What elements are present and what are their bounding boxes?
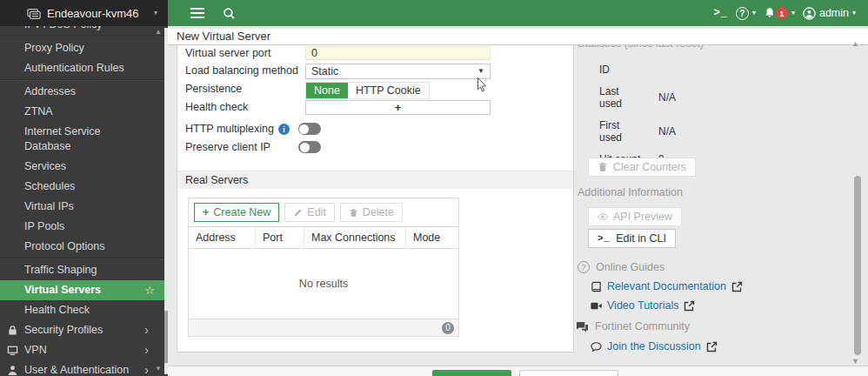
- right-info-panel: ID Last usedN/A First usedN/A Hit count0…: [574, 45, 856, 366]
- panel-scroll-down-icon[interactable]: ▼: [851, 357, 859, 366]
- video-camera-icon: [591, 300, 602, 312]
- sidebar-scrollbar-track[interactable]: [164, 28, 168, 374]
- plus-icon: +: [203, 206, 209, 218]
- external-link-icon: [731, 281, 743, 292]
- column-port[interactable]: Port: [256, 227, 304, 248]
- cli-console-button[interactable]: >_: [714, 7, 728, 19]
- favorite-star-icon[interactable]: ☆: [144, 280, 155, 300]
- join-discussion-link[interactable]: Join the Discussion: [591, 340, 718, 352]
- online-guides-title: ? Online Guides: [578, 261, 664, 273]
- real-servers-footer: 0: [189, 319, 458, 336]
- person-icon: [7, 365, 18, 376]
- virtual-server-form: Virtual server port Load balancing metho…: [177, 45, 574, 352]
- real-servers-header-row: Address Port Max Connections Mode: [189, 227, 458, 249]
- edit-in-cli-button[interactable]: >_ Edit in CLI: [588, 229, 676, 248]
- sidebar-section-security-profiles[interactable]: Security Profiles ›: [0, 320, 168, 340]
- sidebar-item-virtual-ips[interactable]: Virtual IPs: [0, 197, 168, 217]
- sidebar-item-virtual-servers[interactable]: Virtual Servers ☆: [0, 280, 168, 300]
- sidebar-scrollbar-thumb[interactable]: [164, 311, 168, 363]
- bell-icon: [764, 7, 776, 19]
- chat-bubbles-icon: [576, 321, 589, 332]
- row-count-badge: 0: [442, 322, 454, 334]
- real-servers-toolbar: +Create New Edit Delete: [189, 198, 458, 227]
- sidebar-item-schedules[interactable]: Schedules: [0, 177, 168, 197]
- divider: [0, 258, 168, 259]
- sidebar-scroll-down-icon[interactable]: ▼: [155, 365, 162, 373]
- page-title-bar: New Virtual Server: [168, 29, 868, 45]
- speech-bubble-icon: [591, 341, 602, 352]
- create-new-button[interactable]: +Create New: [194, 203, 279, 222]
- http-multiplexing-toggle[interactable]: [298, 123, 321, 135]
- hostname-caret-icon: ▾: [154, 10, 157, 17]
- table-row: ID: [592, 59, 686, 81]
- fortinet-community-title: Fortinet Community: [576, 320, 690, 332]
- sidebar-item-addresses[interactable]: Addresses: [0, 82, 168, 102]
- lock-icon: [7, 325, 18, 336]
- port-label: Virtual server port: [185, 46, 305, 61]
- clear-counters-button[interactable]: Clear Counters: [588, 158, 696, 177]
- sidebar-item-proxy-policy[interactable]: Proxy Policy: [0, 38, 168, 58]
- top-right-icons: >_ ? ▾ 1 ▾ admin ▾: [714, 7, 857, 20]
- column-max-connections[interactable]: Max Connections: [304, 227, 406, 248]
- search-icon[interactable]: [223, 7, 236, 20]
- sidebar-item-traffic-shaping[interactable]: Traffic Shaping: [0, 260, 168, 280]
- health-check-add-button[interactable]: +: [305, 100, 491, 115]
- health-check-label: Health check: [185, 100, 305, 115]
- panel-scrollbar-thumb[interactable]: [854, 176, 861, 355]
- video-tutorials-link[interactable]: Video Tutorials: [591, 299, 695, 312]
- sidebar-item-health-check[interactable]: Health Check: [0, 300, 168, 320]
- fortigate-logo-icon: [27, 8, 41, 19]
- admin-label: admin: [819, 7, 849, 19]
- panel-scroll-up-icon[interactable]: ▲: [851, 39, 859, 48]
- sidebar-item-ztna[interactable]: ZTNA: [0, 102, 168, 122]
- cancel-button[interactable]: [519, 370, 618, 376]
- sidebar-section-vpn[interactable]: VPN ›: [0, 340, 168, 360]
- divider: [0, 79, 168, 81]
- menu-toggle-icon[interactable]: [190, 8, 204, 18]
- hostname-menu[interactable]: Endeavour-kvm46 ▾: [0, 0, 168, 26]
- real-servers-table: +Create New Edit Delete Address Port Max…: [188, 198, 459, 337]
- sidebar-scroll-up-icon[interactable]: ▲: [155, 28, 162, 36]
- sidebar-item-internet-service-database[interactable]: Internet Service Database: [0, 122, 130, 157]
- column-address[interactable]: Address: [189, 227, 256, 248]
- sidebar-item-protocol-options[interactable]: Protocol Options: [0, 237, 168, 257]
- chevron-right-icon: ›: [144, 360, 149, 376]
- preserve-client-ip-toggle[interactable]: [298, 141, 321, 153]
- chevron-right-icon: ›: [144, 320, 149, 340]
- preserve-client-ip-label: Preserve client IP: [185, 140, 290, 155]
- api-preview-button[interactable]: API Preview: [588, 207, 682, 226]
- notifications-menu[interactable]: 1 ▾: [764, 7, 795, 19]
- ok-button[interactable]: [432, 370, 511, 376]
- question-circle-icon: ?: [578, 261, 590, 273]
- persistence-label: Persistence: [185, 82, 305, 97]
- sidebar-item-clipped[interactable]: IPv4 DoS Policy: [0, 26, 168, 35]
- persistence-segmented-control: None HTTP Cookie: [305, 82, 430, 99]
- info-icon[interactable]: i: [278, 124, 290, 135]
- sidebar-section-user-authentication[interactable]: User & Authentication ›: [0, 360, 168, 376]
- divider: [0, 36, 168, 37]
- admin-menu[interactable]: admin ▾: [803, 7, 856, 20]
- relevant-documentation-link[interactable]: Relevant Documentation: [591, 280, 743, 292]
- load-balancing-label: Load balancing method: [185, 64, 305, 78]
- real-servers-section-header: Real Servers: [177, 171, 573, 189]
- virtual-server-port-input[interactable]: [305, 46, 491, 60]
- top-bar: Endeavour-kvm46 ▾ >_ ? ▾ 1 ▾: [0, 0, 868, 26]
- delete-button[interactable]: Delete: [340, 203, 403, 222]
- book-icon: [591, 281, 602, 292]
- sidebar-item-ip-pools[interactable]: IP Pools: [0, 217, 168, 237]
- edit-button[interactable]: Edit: [284, 203, 335, 222]
- monitor-icon: [7, 345, 18, 356]
- empty-results-message: No results: [189, 249, 458, 319]
- sidebar-nav: IPv4 DoS Policy Proxy Policy Authenticat…: [0, 26, 168, 376]
- help-menu[interactable]: ? ▾: [736, 7, 756, 20]
- column-mode[interactable]: Mode: [406, 227, 458, 248]
- persistence-option-http-cookie[interactable]: HTTP Cookie: [348, 83, 429, 98]
- persistence-option-none[interactable]: None: [306, 83, 348, 98]
- table-row: Last usedN/A: [592, 81, 686, 115]
- sidebar-item-services[interactable]: Services: [0, 157, 168, 177]
- help-icon: ?: [736, 7, 749, 20]
- load-balancing-select[interactable]: Static ▼: [305, 64, 491, 79]
- sidebar-item-authentication-rules[interactable]: Authentication Rules: [0, 58, 168, 78]
- trash-icon: [598, 162, 608, 172]
- external-link-icon: [684, 300, 695, 312]
